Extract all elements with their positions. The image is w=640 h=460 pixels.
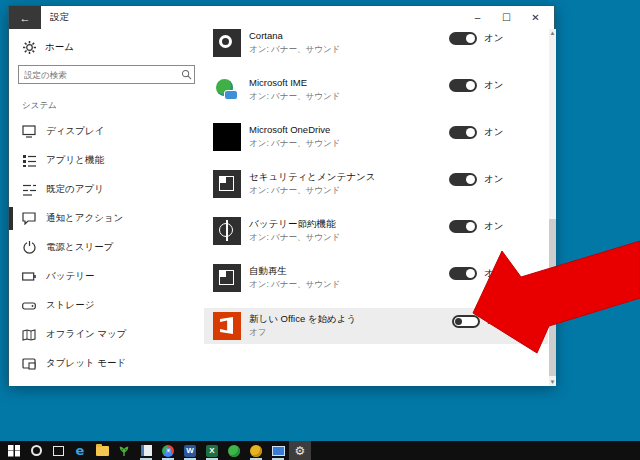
settings-search-box[interactable] — [18, 65, 195, 84]
chrome-taskbar-button[interactable] — [157, 441, 179, 460]
selection-bar — [9, 352, 13, 375]
selection-bar — [9, 236, 13, 259]
sidebar-item-label: タブレット モード — [46, 357, 126, 370]
scrollbar-thumb[interactable] — [549, 219, 556, 376]
sidebar-item-label: 電源とスリープ — [46, 241, 113, 254]
sidebar-item-home[interactable]: ホーム — [22, 40, 74, 54]
toggle-state-label: オフ — [487, 315, 506, 328]
word-icon: W — [184, 445, 196, 457]
settings-gear-icon: ⚙ — [295, 444, 306, 458]
sidebar-item-offline-maps[interactable]: オフライン マップ — [9, 320, 201, 349]
ime-toggle[interactable] — [449, 79, 477, 92]
plant-app-taskbar-button[interactable] — [113, 441, 135, 460]
green-ball-app-taskbar-button[interactable] — [223, 441, 245, 460]
app-row-security-maintenance[interactable]: セキュリティとメンテナンス オン: バナー、サウンド オン — [201, 170, 549, 213]
ime-icon — [213, 76, 241, 104]
back-arrow-icon: ← — [20, 12, 31, 24]
start-button[interactable] — [3, 441, 25, 460]
cortana-toggle[interactable] — [449, 32, 477, 45]
app-name: Microsoft OneDrive — [249, 124, 330, 135]
file-explorer-taskbar-button[interactable] — [91, 441, 113, 460]
sidebar-item-storage[interactable]: ストレージ — [9, 291, 201, 320]
sidebar-item-default-apps[interactable]: 既定のアプリ — [9, 175, 201, 204]
battery-saver-toggle[interactable] — [449, 220, 477, 233]
security-maintenance-icon — [213, 170, 241, 198]
app-name: 新しい Office を始めよう — [249, 313, 356, 326]
close-button[interactable]: ✕ — [521, 6, 550, 29]
sidebar-item-battery[interactable]: バッテリー — [9, 262, 201, 291]
autoplay-icon — [213, 264, 241, 292]
display-icon — [22, 125, 36, 139]
apps-features-icon — [22, 154, 36, 168]
scroll-down-icon[interactable]: ▼ — [549, 378, 556, 386]
app-status: オン: バナー、サウンド — [249, 91, 340, 103]
settings-window: ← 設定 – ☐ ✕ ホーム システム — [8, 5, 555, 385]
app-row-get-office[interactable]: 新しい Office を始めよう オフ オフ — [204, 308, 548, 344]
cortana-icon — [213, 29, 241, 57]
app-name: セキュリティとメンテナンス — [249, 171, 375, 184]
app-row-cortana[interactable]: Cortana オン: バナー、サウンド オン — [201, 29, 549, 72]
book-app-taskbar-button[interactable] — [135, 441, 157, 460]
excel-icon: X — [206, 445, 218, 457]
content-scrollbar[interactable]: ▲ ▼ — [549, 29, 556, 386]
sidebar-item-label: アプリと機能 — [46, 154, 104, 167]
sidebar-item-tablet-mode[interactable]: タブレット モード — [9, 349, 201, 378]
app-row-microsoft-ime[interactable]: Microsoft IME オン: バナー、サウンド オン — [201, 76, 549, 119]
app-status: オン: バナー、サウンド — [249, 232, 340, 244]
plant-app-icon — [118, 445, 130, 457]
app-name: Microsoft IME — [249, 77, 307, 88]
onedrive-toggle[interactable] — [449, 126, 477, 139]
sidebar-item-notifications-actions[interactable]: 通知とアクション — [9, 204, 201, 233]
search-icon — [178, 66, 194, 84]
blue-window-app-icon — [272, 446, 285, 456]
sidebar-item-label: 既定のアプリ — [46, 183, 104, 196]
app-row-autoplay[interactable]: 自動再生 オン: バナー、サウンド オン — [201, 264, 549, 307]
sidebar-item-apps-features[interactable]: アプリと機能 — [9, 146, 201, 175]
selection-bar — [9, 149, 13, 172]
scroll-up-icon[interactable]: ▲ — [549, 29, 556, 37]
app-row-battery-saver[interactable]: バッテリー節約機能 オン: バナー、サウンド オン — [201, 217, 549, 260]
app-row-onedrive[interactable]: Microsoft OneDrive オン: バナー、サウンド オン — [201, 123, 549, 166]
gold-ball-app-taskbar-button[interactable] — [245, 441, 267, 460]
default-apps-icon — [22, 183, 36, 197]
gold-ball-app-icon — [250, 445, 262, 457]
cortana-search-button[interactable] — [25, 441, 47, 460]
section-label-system: システム — [22, 100, 57, 112]
home-label: ホーム — [45, 41, 74, 54]
blue-window-app-taskbar-button[interactable] — [267, 441, 289, 460]
minimize-button[interactable]: – — [463, 6, 492, 29]
sidebar-item-power-sleep[interactable]: 電源とスリープ — [9, 233, 201, 262]
office-toggle-off[interactable] — [452, 315, 480, 328]
selection-bar — [9, 323, 13, 346]
security-toggle[interactable] — [449, 173, 477, 186]
app-status: オフ — [249, 327, 266, 339]
office-icon — [213, 312, 241, 340]
book-app-icon — [141, 445, 152, 456]
settings-taskbar-button[interactable]: ⚙ — [289, 441, 311, 460]
folder-icon — [96, 446, 109, 456]
excel-taskbar-button[interactable]: X — [201, 441, 223, 460]
toggle-state-label: オン — [484, 267, 503, 280]
task-view-icon — [53, 446, 64, 456]
autoplay-toggle[interactable] — [449, 267, 477, 280]
search-input[interactable] — [19, 70, 178, 80]
selection-bar — [9, 207, 13, 230]
maximize-button[interactable]: ☐ — [492, 6, 521, 29]
window-controls: – ☐ ✕ — [463, 6, 550, 29]
word-taskbar-button[interactable]: W — [179, 441, 201, 460]
back-button[interactable]: ← — [9, 6, 41, 29]
sidebar-item-label: オフライン マップ — [46, 328, 126, 341]
cortana-circle-icon — [31, 445, 42, 456]
app-name: 自動再生 — [249, 265, 287, 278]
edge-icon: e — [76, 443, 85, 458]
selection-bar — [9, 178, 13, 201]
edge-taskbar-button[interactable]: e — [69, 441, 91, 460]
toggle-state-label: オン — [484, 79, 503, 92]
notifications-actions-icon — [22, 212, 36, 226]
notifications-app-list: Cortana オン: バナー、サウンド オン Microsoft IME オン… — [201, 29, 549, 386]
sidebar-item-display[interactable]: ディスプレイ — [9, 117, 201, 146]
toggle-state-label: オン — [484, 32, 503, 45]
app-status: オン: バナー、サウンド — [249, 138, 340, 150]
task-view-button[interactable] — [47, 441, 69, 460]
windows-logo-icon — [8, 445, 20, 457]
